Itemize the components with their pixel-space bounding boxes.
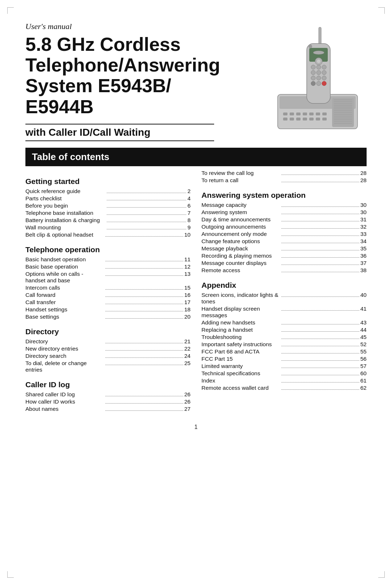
toc-item-label: Screen icons, indicator lights & tones	[201, 292, 280, 305]
toc-item: Shared caller ID log26	[25, 391, 191, 398]
toc-page-number: 36	[360, 253, 367, 259]
toc-section-title: Telephone operation	[25, 245, 191, 254]
svg-rect-5	[303, 112, 307, 115]
svg-rect-11	[296, 118, 301, 120]
toc-dots	[281, 324, 359, 324]
toc-item: To return a call28	[201, 177, 367, 184]
toc-item: Day & time announcements31	[201, 216, 367, 223]
svg-point-36	[317, 65, 321, 69]
svg-rect-7	[316, 112, 320, 115]
toc-page-number: 25	[184, 360, 191, 367]
toc-item-label: Message playback	[201, 245, 280, 252]
svg-rect-6	[309, 112, 314, 115]
toc-dots	[105, 268, 183, 269]
toc-item: Limited warranty57	[201, 363, 367, 369]
toc-page-number: 56	[360, 356, 367, 362]
toc-item-label: To return a call	[201, 177, 280, 184]
svg-point-42	[317, 76, 321, 80]
toc-item-label: Announcement only mode	[201, 231, 280, 237]
toc-page-number: 26	[184, 398, 191, 405]
svg-point-45	[317, 81, 321, 86]
toc-dots	[281, 310, 359, 311]
toc-item: Basic handset operation11	[25, 256, 191, 263]
toc-item-label: Recording & playing memos	[201, 253, 280, 259]
toc-item-label: Before you begin	[25, 202, 106, 209]
toc-dots	[281, 182, 359, 182]
toc-dots	[105, 343, 183, 343]
svg-rect-10	[290, 118, 294, 120]
toc-item-label: Remote access	[201, 267, 280, 274]
toc-item: Call forward16	[25, 292, 191, 298]
svg-point-35	[311, 65, 315, 69]
toc-dots	[107, 207, 186, 208]
toc-page-number: 37	[360, 260, 367, 266]
subtitle-bar: with Caller ID/Call Waiting	[25, 124, 214, 141]
toc-item: Wall mounting9	[25, 224, 191, 231]
toc-dots	[105, 311, 183, 311]
svg-rect-14	[316, 118, 320, 120]
toc-page-number: 26	[184, 391, 191, 398]
toc-page-number: 45	[360, 334, 367, 340]
toc-item-label: Troubleshooting	[201, 334, 280, 340]
toc-page-number: 17	[184, 299, 191, 306]
toc-item: Directory21	[25, 338, 191, 345]
page-number: 1	[25, 424, 367, 430]
toc-page-number: 27	[184, 406, 191, 412]
toc-item-label: Directory	[25, 338, 104, 345]
toc-item-label: Parts checklist	[25, 195, 106, 202]
toc-item: About names27	[25, 406, 191, 412]
header-area: User's manual 5.8 GHz Cordless Telephone…	[25, 22, 367, 141]
toc-header: Table of contents	[25, 148, 367, 166]
toc-page-number: 18	[184, 306, 191, 313]
toc-page-number: 31	[360, 216, 367, 223]
toc-dots	[281, 339, 359, 339]
toc-dots	[105, 236, 183, 237]
main-title: 5.8 GHz Cordless Telephone/Answering Sys…	[25, 34, 214, 117]
svg-point-43	[322, 76, 326, 80]
toc-item-label: New directory entries	[25, 345, 104, 352]
toc-item-label: Belt clip & optional headset	[25, 232, 104, 238]
corner-mark-tl	[7, 7, 14, 14]
toc-item-label: Handset display screen messages	[201, 306, 280, 319]
toc-item: To review the call log28	[201, 170, 367, 176]
toc-item: Message capacity30	[201, 202, 367, 208]
toc-item-label: FCC Part 68 and ACTA	[201, 348, 280, 355]
toc-dots	[281, 265, 359, 265]
toc-page-number: 13	[184, 271, 191, 277]
toc-section-title: Answering system operation	[201, 191, 367, 200]
toc-page-number: 28	[360, 177, 367, 184]
toc-item-label: Base settings	[25, 314, 104, 320]
toc-item-label: To dial, delete or change entries	[25, 360, 104, 373]
toc-page-number: 33	[360, 231, 367, 237]
toc-dots	[105, 350, 183, 351]
toc-item: Belt clip & optional headset10	[25, 232, 191, 238]
phone-svg	[256, 25, 361, 138]
toc-dots	[281, 382, 359, 382]
toc-dots	[281, 228, 359, 229]
toc-dots	[105, 304, 183, 304]
toc-item-label: Replacing a handset	[201, 327, 280, 333]
toc-dots	[107, 214, 186, 215]
toc-item: Important safety instructions52	[201, 341, 367, 348]
toc-item-label: Message counter displays	[201, 260, 280, 266]
toc-item-label: Day & time announcements	[201, 216, 280, 223]
toc-item-label: To review the call log	[201, 170, 280, 176]
header-left: User's manual 5.8 GHz Cordless Telephone…	[25, 22, 250, 141]
toc-page-number: 12	[184, 263, 191, 270]
toc-left-col: Getting startedQuick reference guide2Par…	[25, 170, 201, 413]
toc-page-number: 32	[360, 224, 367, 230]
toc-dots	[107, 193, 186, 193]
toc-page-number: 57	[360, 363, 367, 369]
svg-rect-3	[290, 112, 294, 115]
corner-mark-br	[378, 571, 385, 578]
svg-point-46	[322, 81, 326, 86]
corner-mark-bl	[7, 571, 14, 578]
toc-page-number: 21	[184, 338, 191, 345]
toc-item-label: Handset settings	[25, 306, 104, 313]
toc-item: Index61	[201, 377, 367, 384]
toc-page-number: 16	[184, 292, 191, 298]
toc-dots	[281, 389, 359, 390]
svg-rect-13	[309, 118, 314, 120]
toc-dots	[281, 236, 359, 236]
toc-item-label: Call transfer	[25, 299, 104, 306]
